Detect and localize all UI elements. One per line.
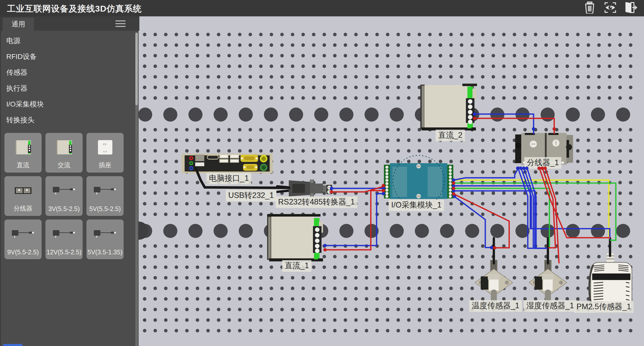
exit-icon — [624, 2, 637, 15]
adapter-thumb-icon — [87, 222, 123, 246]
palette-item-ac[interactable]: 交流 — [46, 133, 83, 172]
status-bar-fragment — [3, 344, 22, 346]
wire-connector-ball[interactable] — [452, 192, 455, 196]
palette-item-5v[interactable]: 5V(5.5-2.5) — [87, 176, 124, 216]
palette-item-12v[interactable]: 12V(5.5-2.5) — [46, 220, 83, 259]
wire-connector-ball[interactable] — [519, 167, 522, 170]
menu-item-rfid[interactable]: RFID设备 — [1, 49, 134, 64]
socket-thumb-icon — [87, 135, 123, 159]
tab-general[interactable]: 通用 — [3, 18, 34, 31]
wire-connector-ball[interactable] — [516, 167, 519, 170]
palette-item-splitter[interactable]: 分线器 — [5, 176, 42, 216]
wire-connector-ball[interactable] — [382, 189, 385, 192]
adapter-thumb-icon — [5, 222, 41, 246]
wire-connector-ball[interactable] — [382, 192, 385, 195]
menu-item-adapter[interactable]: 转换接头 — [1, 112, 134, 128]
splitter-thumb-icon — [5, 179, 41, 202]
wire-connector-ball[interactable] — [473, 117, 476, 120]
menu-item-actuator[interactable]: 执行器 — [1, 80, 134, 96]
app-title: 工业互联网设备及接线3D仿真系统 — [7, 3, 142, 15]
palette-item-5v-small[interactable]: 5V(3.5-1.35) — [87, 220, 124, 259]
menu-item-io-module[interactable]: I/O采集模块 — [1, 96, 134, 112]
palette-item-9v[interactable]: 9V(5.5-2.5) — [5, 220, 42, 259]
wire-connector-ball[interactable] — [538, 167, 541, 170]
wire-connector-ball[interactable] — [452, 187, 455, 190]
wire[interactable] — [455, 167, 519, 180]
palette-item-dc[interactable]: 直流 — [5, 133, 42, 172]
wire-connector-ball[interactable] — [553, 127, 556, 131]
sidebar: 通用 电源 RFID设备 传感器 执行器 I/O采集模块 转换接头 直流 交流 … — [0, 16, 139, 346]
palette-item-socket[interactable]: 插座 — [87, 133, 124, 172]
wire-connector-ball[interactable] — [525, 167, 529, 170]
wire-connector-ball[interactable] — [493, 246, 496, 250]
category-menu: 电源 RFID设备 传感器 执行器 I/O采集模块 转换接头 — [1, 33, 134, 128]
wire[interactable] — [474, 114, 534, 133]
adapter-thumb-icon — [46, 222, 82, 246]
wire-connector-ball[interactable] — [541, 167, 544, 170]
wire[interactable] — [325, 191, 385, 250]
wire[interactable] — [325, 194, 385, 246]
wire-connector-ball[interactable] — [330, 187, 333, 190]
sidebar-scrollbar-thumb[interactable] — [135, 33, 138, 105]
device-palette: 直流 交流 插座 分线器 3V(5.5-2.5) 5V(5.5-2.5) — [5, 133, 124, 259]
dc-psu-thumb-icon — [5, 135, 41, 159]
wire-connector-ball[interactable] — [532, 127, 535, 131]
wire-connector-ball[interactable] — [324, 248, 327, 252]
adapter-thumb-icon — [87, 179, 123, 202]
wire-connector-ball[interactable] — [544, 167, 547, 170]
wire-connector-ball[interactable] — [382, 184, 385, 187]
wire-connector-ball[interactable] — [452, 179, 455, 182]
wire[interactable] — [474, 118, 554, 133]
wire[interactable] — [518, 167, 547, 248]
workspace-canvas[interactable]: 直流_2分线器_1电脑接口_1USB转232_1RS232转485转换器_1I/… — [139, 16, 644, 346]
delete-button[interactable] — [583, 2, 597, 15]
wire-connector-ball[interactable] — [452, 182, 455, 185]
wire-connector-ball[interactable] — [330, 190, 333, 194]
sidebar-header: 通用 — [1, 16, 139, 31]
wire[interactable] — [454, 196, 492, 248]
toolbar — [583, 2, 638, 15]
top-bar: 工业互联网设备及接线3D仿真系统 — [0, 0, 644, 16]
wire[interactable] — [196, 168, 289, 188]
menu-item-sensor[interactable]: 传感器 — [1, 64, 134, 80]
wire-connector-ball[interactable] — [522, 167, 526, 170]
wire-connector-ball[interactable] — [324, 244, 327, 247]
wire-layer — [139, 16, 644, 346]
wire-connector-ball[interactable] — [473, 113, 476, 116]
wire-connector-ball[interactable] — [490, 246, 493, 249]
delete-icon — [584, 2, 596, 15]
palette-item-3v[interactable]: 3V(5.5-2.5) — [46, 176, 83, 216]
adapter-thumb-icon — [46, 179, 82, 202]
exit-button[interactable] — [624, 2, 638, 15]
menu-icon[interactable] — [115, 20, 126, 27]
view-reset-icon — [604, 2, 617, 15]
menu-item-power[interactable]: 电源 — [1, 33, 134, 49]
ac-psu-thumb-icon — [46, 135, 82, 159]
view-reset-button[interactable] — [603, 2, 617, 15]
